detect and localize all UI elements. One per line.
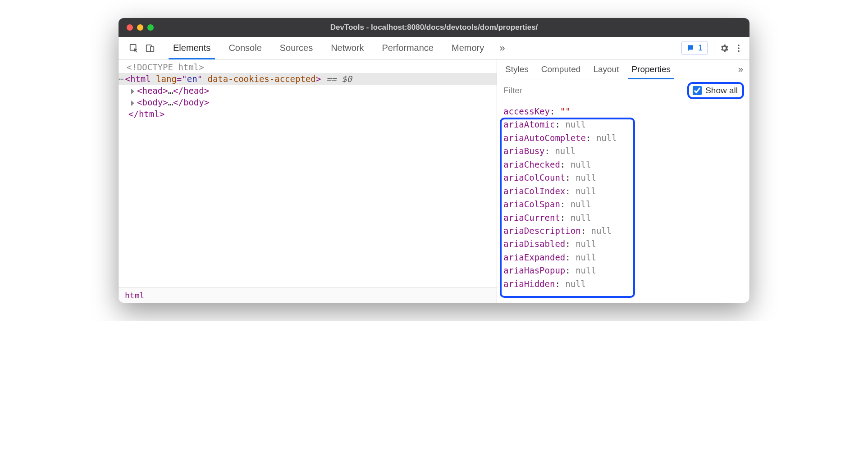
filter-input[interactable] [503, 84, 683, 97]
side-tabs: Styles Computed Layout Properties » [497, 59, 749, 79]
divider [714, 42, 714, 54]
inspect-element-icon[interactable] [127, 41, 141, 55]
side-tab-layout[interactable]: Layout [587, 59, 625, 79]
property-name: ariaChecked [503, 160, 560, 169]
property-row[interactable]: ariaHidden: null [503, 278, 743, 291]
dom-tree-panel: <!DOCTYPE html> ⋯<html lang="en" data-co… [119, 59, 497, 303]
toolbar-right: 1 [681, 37, 746, 59]
tab-memory[interactable]: Memory [443, 37, 493, 59]
dom-expand-dots: ⋯ [119, 74, 124, 84]
window-title: DevTools - localhost:8080/docs/devtools/… [330, 23, 538, 32]
property-value: null [571, 213, 591, 223]
property-row[interactable]: ariaBusy: null [503, 145, 743, 158]
breadcrumb[interactable]: html [119, 287, 497, 303]
dom-node-html-close[interactable]: </html> [119, 108, 497, 120]
property-value: null [565, 279, 586, 289]
expand-triangle-icon[interactable] [131, 100, 134, 106]
maximize-window-button[interactable] [147, 24, 154, 31]
svg-point-3 [738, 44, 740, 46]
main-tabs: Elements Console Sources Network Perform… [164, 37, 511, 59]
property-name: ariaHasPopup [503, 265, 565, 275]
property-row[interactable]: ariaColCount: null [503, 171, 743, 184]
tab-performance[interactable]: Performance [373, 37, 443, 59]
property-row[interactable]: ariaDisabled: null [503, 237, 743, 251]
tab-network[interactable]: Network [322, 37, 373, 59]
property-row[interactable]: ariaExpanded: null [503, 251, 743, 264]
property-value: null [571, 199, 591, 209]
dom-node-body[interactable]: <body>…</body> [119, 96, 497, 108]
window-controls [119, 24, 154, 31]
show-all-toggle[interactable]: Show all [687, 82, 744, 99]
property-name: ariaAutoComplete [503, 133, 586, 143]
dom-node-head[interactable]: <head>…</head> [119, 85, 497, 96]
property-name: ariaColCount [503, 173, 565, 182]
property-value: null [596, 133, 617, 143]
device-toolbar-icon[interactable] [143, 41, 157, 55]
tab-sources[interactable]: Sources [271, 37, 322, 59]
property-row[interactable]: ariaCurrent: null [503, 211, 743, 224]
property-row[interactable]: ariaAtomic: null [503, 118, 743, 131]
minimize-window-button[interactable] [137, 24, 143, 31]
filter-row: Show all [497, 79, 749, 102]
property-row[interactable]: ariaDescription: null [503, 224, 743, 237]
tab-console[interactable]: Console [219, 37, 270, 59]
settings-gear-icon[interactable] [717, 41, 731, 55]
property-row[interactable]: ariaHasPopup: null [503, 264, 743, 277]
content-area: <!DOCTYPE html> ⋯<html lang="en" data-co… [119, 59, 749, 303]
tab-elements[interactable]: Elements [164, 37, 219, 59]
property-value: null [576, 265, 596, 275]
issues-button[interactable]: 1 [681, 41, 708, 55]
property-row[interactable]: ariaAutoComplete: null [503, 132, 743, 145]
side-panel: Styles Computed Layout Properties » Show… [497, 59, 749, 303]
dom-tree[interactable]: <!DOCTYPE html> ⋯<html lang="en" data-co… [119, 59, 497, 287]
side-tab-properties[interactable]: Properties [625, 59, 677, 79]
svg-rect-2 [151, 46, 154, 51]
dom-doctype[interactable]: <!DOCTYPE html> [119, 61, 497, 73]
property-row[interactable]: accessKey: "" [503, 105, 743, 118]
property-name: ariaDisabled [503, 239, 565, 249]
more-tabs-icon[interactable]: » [493, 37, 511, 59]
property-value: null [576, 173, 596, 182]
property-row[interactable]: ariaChecked: null [503, 158, 743, 171]
console-ref: == $0 [321, 74, 352, 84]
side-tab-computed[interactable]: Computed [535, 59, 587, 79]
property-value: null [576, 186, 596, 196]
property-value: null [591, 226, 612, 236]
property-value: null [576, 239, 596, 249]
main-toolbar: Elements Console Sources Network Perform… [119, 37, 749, 59]
property-name: ariaExpanded [503, 252, 565, 262]
properties-list[interactable]: accessKey: ""ariaAtomic: nullariaAutoCom… [497, 102, 749, 303]
property-name: ariaDescription [503, 226, 581, 236]
property-value: null [555, 146, 576, 156]
property-name: ariaBusy [503, 146, 545, 156]
property-name: ariaColSpan [503, 199, 560, 209]
show-all-label: Show all [705, 86, 738, 96]
property-name: ariaCurrent [503, 213, 560, 223]
property-value: null [576, 252, 596, 262]
kebab-menu-icon[interactable] [731, 41, 746, 55]
devtools-window: DevTools - localhost:8080/docs/devtools/… [119, 18, 749, 303]
show-all-checkbox[interactable] [693, 86, 702, 95]
titlebar: DevTools - localhost:8080/docs/devtools/… [119, 18, 749, 37]
toolbar-tools [122, 37, 162, 59]
issues-count: 1 [698, 43, 703, 53]
property-row[interactable]: ariaColIndex: null [503, 185, 743, 198]
property-value: "" [560, 106, 571, 116]
breadcrumb-item[interactable]: html [125, 291, 144, 300]
expand-triangle-icon[interactable] [131, 89, 134, 94]
svg-point-4 [738, 47, 740, 49]
property-value: null [565, 119, 586, 129]
property-name: ariaHidden [503, 279, 555, 289]
svg-point-5 [738, 50, 740, 52]
property-name: accessKey [503, 106, 550, 116]
side-more-tabs-icon[interactable]: » [734, 59, 748, 79]
property-name: ariaColIndex [503, 186, 565, 196]
property-name: ariaAtomic [503, 119, 555, 129]
property-value: null [571, 160, 591, 169]
property-row[interactable]: ariaColSpan: null [503, 198, 743, 211]
close-window-button[interactable] [127, 24, 133, 31]
side-tab-styles[interactable]: Styles [499, 59, 535, 79]
doctype-text: <!DOCTYPE html> [127, 62, 204, 72]
dom-node-html[interactable]: ⋯<html lang="en" data-cookies-accepted> … [119, 73, 497, 85]
